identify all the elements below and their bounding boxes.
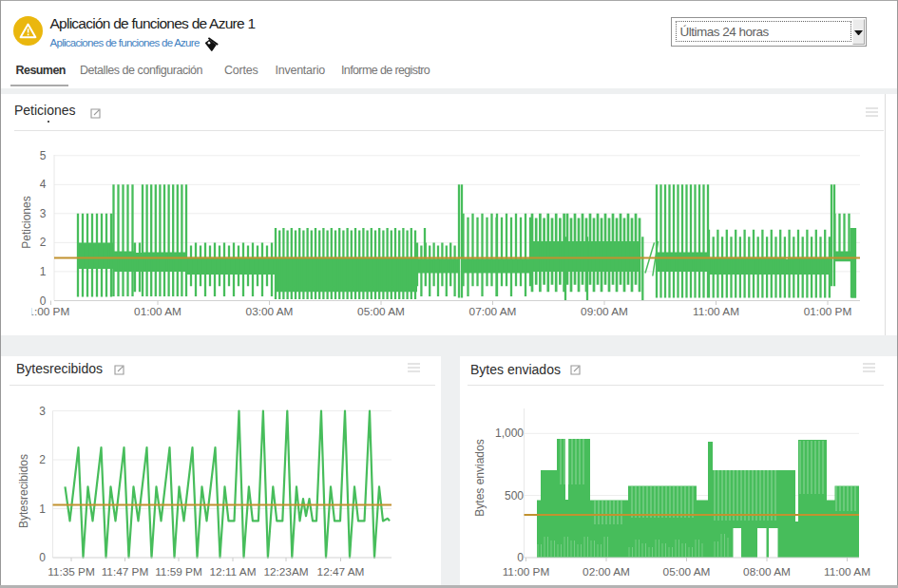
svg-text:11:59 PM: 11:59 PM xyxy=(155,565,202,579)
svg-text:01:00 PM: 01:00 PM xyxy=(804,305,852,318)
svg-text:Bytes enviados: Bytes enviados xyxy=(473,439,487,516)
svg-text:12:11 AM: 12:11 AM xyxy=(210,565,257,579)
svg-text:11:00 AM: 11:00 AM xyxy=(693,305,739,318)
svg-text:2: 2 xyxy=(39,453,46,466)
svg-text:0: 0 xyxy=(517,551,524,564)
svg-text:09:00 AM: 09:00 AM xyxy=(581,305,628,318)
svg-text:1,000: 1,000 xyxy=(495,427,524,440)
svg-text:07:00 AM: 07:00 AM xyxy=(469,305,517,318)
svg-text:12:47 AM: 12:47 AM xyxy=(317,565,365,579)
svg-text:05:00 AM: 05:00 AM xyxy=(663,565,711,579)
svg-text:12:23AM: 12:23AM xyxy=(263,565,308,579)
svg-text:03:00 AM: 03:00 AM xyxy=(246,305,294,318)
svg-text:0: 0 xyxy=(39,551,46,564)
svg-text:02:00 AM: 02:00 AM xyxy=(583,565,630,579)
svg-text:11:00 PM: 11:00 PM xyxy=(503,565,550,579)
svg-text:08:00 AM: 08:00 AM xyxy=(743,565,791,579)
svg-text:Bytesrecibidos: Bytesrecibidos xyxy=(17,454,30,528)
svg-text:11:35 PM: 11:35 PM xyxy=(48,565,95,579)
svg-text:11:00 PM: 11:00 PM xyxy=(23,305,70,318)
svg-text:1: 1 xyxy=(40,265,47,278)
svg-text:3: 3 xyxy=(40,207,47,220)
svg-text:Peticiones: Peticiones xyxy=(20,196,33,248)
svg-text:1: 1 xyxy=(39,503,46,516)
svg-text:4: 4 xyxy=(40,178,47,191)
svg-text:01:00 AM: 01:00 AM xyxy=(134,305,182,318)
svg-text:11:00 AM: 11:00 AM xyxy=(824,565,870,579)
svg-text:5: 5 xyxy=(40,149,47,162)
svg-text:2: 2 xyxy=(40,236,47,249)
svg-text:11:47 PM: 11:47 PM xyxy=(102,565,149,579)
svg-text:3: 3 xyxy=(39,405,46,418)
svg-text:500: 500 xyxy=(505,489,524,503)
svg-text:05:00 AM: 05:00 AM xyxy=(357,305,405,318)
